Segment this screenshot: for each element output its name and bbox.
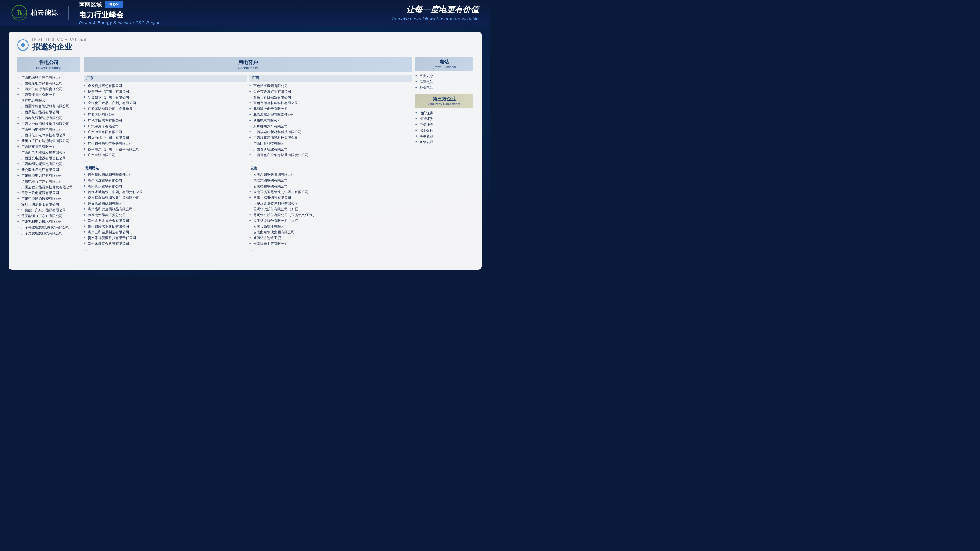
list-item: 云浮市云电能源有限公司 bbox=[17, 190, 80, 196]
list-item: 广西巴莫科技有限公司 bbox=[249, 141, 412, 146]
list-item: 百色市必晟矿业有限公司 bbox=[249, 89, 412, 94]
list-item: 贵州省和兴金属制品有限公司 bbox=[84, 206, 247, 212]
list-item: 玉溪汉金属铸造制品有限公司 bbox=[249, 201, 412, 206]
list-item: 瑞士银行 bbox=[415, 128, 473, 133]
list-item: 广西送变电建设有限责任公司 bbox=[17, 155, 80, 161]
list-item: 深圳市明成售电有限公司 bbox=[17, 202, 80, 207]
event-name-en: Power & Energy Summit in CSG Region bbox=[79, 21, 161, 25]
logo-container: B 柏云能源 bbox=[11, 5, 58, 21]
third-party-header: 第三方企业 (3rd Party Companies) bbox=[415, 94, 473, 108]
list-item: 昆明钢铁股份有限公司（玉溪新兴/玉钢） bbox=[249, 212, 412, 218]
power-trading-header: 售电公司 Power Trading bbox=[17, 57, 80, 72]
list-item: 广西灏宇综合能源服务有限公司 bbox=[17, 103, 80, 109]
list-item: 贵州三和金属制造有限公司 bbox=[84, 229, 247, 235]
header-divider bbox=[68, 6, 69, 20]
title-top: 南网区域 2024 bbox=[79, 1, 161, 9]
company-name: 柏云能源 bbox=[31, 9, 58, 17]
list-item: 广西新电力能源发展有限公司 bbox=[17, 149, 80, 155]
list-item: 广西埃索凯新材料科技有限公司 bbox=[249, 129, 412, 135]
list-item: 广西能源联合售电有限公司 bbox=[17, 75, 80, 80]
list-item: ... bbox=[249, 247, 412, 252]
list-item: 广西瑞亿新电气科技有限公司 bbox=[17, 132, 80, 138]
guangdong-col: 广东 金发科技股份有限公司捷普电子（广州）有限公司乐金显示（广州）有限公司空气化… bbox=[84, 75, 247, 265]
list-item: 大理大钢钢铁有限公司 bbox=[249, 177, 412, 183]
event-name-cn: 电力行业峰会 bbox=[79, 10, 161, 20]
list-item: 百色市彩虹铝业有限公司 bbox=[249, 94, 412, 100]
guizhou-list: 首钢贵阳特殊钢有限责任公司贵州闻达钢铁有限公司贵阳长乐钢铁有限公司首钢水城钢铁（… bbox=[84, 171, 247, 252]
section-title-cn: 拟邀约企业 bbox=[32, 41, 87, 52]
header-left: B 柏云能源 南网区域 2024 电力行业峰会 Power & Energy S… bbox=[11, 1, 161, 25]
svg-text:B: B bbox=[17, 9, 22, 17]
list-item: 广东中能能源投资有限公司 bbox=[17, 196, 80, 202]
list-item: 国桂电力有限公司 bbox=[17, 98, 80, 103]
list-item: 广州兆和电力技术有限公司 bbox=[17, 219, 80, 224]
list-item: 新奥（广西）能源销售有限公司 bbox=[17, 138, 80, 144]
list-item: 云南永钢钢铁集团有限公司 bbox=[249, 171, 412, 177]
list-item: 云南德胜钢铁有限公司 bbox=[249, 183, 412, 189]
list-item: 广西华网达能售电有限公司 bbox=[17, 161, 80, 167]
list-item: 遵义长岭特殊钢有限公司 bbox=[84, 201, 247, 206]
third-party-list: 招商证券海通证券中信证券瑞士银行海牛资源永钢资源 bbox=[415, 110, 473, 145]
section-header: INVITING COMPANIES 拟邀约企业 bbox=[17, 37, 473, 52]
columns-container: 售电公司 Power Trading 广西能源联合售电有限公司广西桂东电力销售有… bbox=[17, 57, 473, 264]
guangxi-list: 百色皓海碳素有限公司百色市必晟矿业有限公司百色市彩虹铝业有限公司百色市德德材料科… bbox=[249, 83, 412, 164]
right-column: 电站 (Power Stations) 五大六小民营电站外资电站 第三方企业 (… bbox=[415, 57, 473, 264]
slogan-en: To make every kilowatt-hour more valuabl… bbox=[391, 16, 479, 22]
company-logo: B bbox=[11, 5, 27, 21]
list-item: ... bbox=[17, 236, 80, 242]
list-item: 首钢水城钢铁（集团）有限责任公司 bbox=[84, 189, 247, 195]
list-item: 玉溪市福玉钢铁有限公司 bbox=[249, 195, 412, 201]
list-item: 云南玉溪玉昆钢铁（集团）有限公司 bbox=[249, 189, 412, 195]
third-party-section: 第三方企业 (3rd Party Companies) 招商证券海通证券中信证券… bbox=[415, 94, 473, 145]
guangdong-list: 金发科技股份有限公司捷普电子（广州）有限公司乐金显示（广州）有限公司空气化工产品… bbox=[84, 83, 247, 164]
list-item: 广州万宝集团有限公司 bbox=[84, 129, 247, 135]
power-trading-cn: 售电公司 bbox=[21, 59, 77, 66]
list-item: 广汽本田汽车有限公司 bbox=[84, 118, 247, 124]
yunnan-list: 云南永钢钢铁集团有限公司大理大钢钢铁有限公司云南德胜钢铁有限公司云南玉溪玉昆钢铁… bbox=[249, 171, 412, 252]
yunnan-section: 云南 云南永钢钢铁集团有限公司大理大钢钢铁有限公司云南德胜钢铁有限公司云南玉溪玉… bbox=[249, 166, 412, 252]
consumers-cn: 用电客户 bbox=[87, 59, 409, 66]
list-item: 广船国际有限公司（企业重复） bbox=[84, 106, 247, 112]
list-item: 贵州永鑫冶金科技有限公司 bbox=[84, 241, 247, 246]
consumers-layout: 广东 金发科技股份有限公司捷普电子（广州）有限公司乐金显示（广州）有限公司空气化… bbox=[84, 75, 412, 265]
list-item: 广西百矿铝业有限公司 bbox=[249, 146, 412, 152]
list-item: 民营电站 bbox=[415, 79, 473, 85]
list-item: 迪康电气有限公司 bbox=[249, 118, 412, 124]
yunnan-header: 云南 bbox=[249, 166, 412, 171]
list-item: 泛美能源（广东）有限公司 bbox=[17, 213, 80, 219]
list-item: 金发科技股份有限公司 bbox=[84, 83, 247, 89]
list-item: 广州市番禺裕丰钢铁有限公司 bbox=[84, 141, 247, 146]
list-item: 空气化工产品（广州）有限公司 bbox=[84, 100, 247, 106]
list-item: 广西普沃售电有限公司 bbox=[17, 92, 80, 98]
region-label: 南网区域 bbox=[79, 1, 102, 9]
list-item: 广州宝洁有限公司 bbox=[84, 152, 247, 158]
list-item: 昆明钢铁股份有限公司（新区） bbox=[249, 206, 412, 212]
list-item: 中信证券 bbox=[415, 122, 473, 127]
list-item: 北流海螺水泥有限责任公司 bbox=[249, 112, 412, 118]
list-item: 新会双水发电厂有限公司 bbox=[17, 167, 80, 173]
power-trading-list: 广西能源联合售电有限公司广西桂东电力销售有限公司广西大任能源有限责任公司广西普沃… bbox=[17, 75, 80, 242]
list-item: 广西防核售电有限公司 bbox=[17, 144, 80, 149]
list-item: 北海建淮电子有限公司 bbox=[249, 106, 412, 112]
slogan-cn: 让每一度电更有价值 bbox=[391, 4, 479, 15]
header-right: 让每一度电更有价值 To make every kilowatt-hour mo… bbox=[391, 4, 479, 22]
list-item: 海通证券 bbox=[415, 116, 473, 122]
list-item: 贵阳长乐钢铁有限公司 bbox=[84, 183, 247, 189]
list-item: 广西鼎聚新能源有限公司 bbox=[17, 110, 80, 115]
list-item: 广船国际有限公司 bbox=[84, 112, 247, 118]
list-item: 贵州岑祥资源科技有限责任公司 bbox=[84, 235, 247, 241]
list-item: 云南天高镍业有限公司 bbox=[249, 224, 412, 229]
list-item: 海牛资源 bbox=[415, 133, 473, 139]
list-item: ... bbox=[249, 158, 412, 164]
list-item: 东风柳州汽车有限公司 bbox=[249, 124, 412, 129]
list-item: 外资电站 bbox=[415, 85, 473, 91]
consumers-header: 用电客户 Consumers bbox=[84, 57, 412, 72]
power-stations-header: 电站 (Power Stations) bbox=[415, 57, 473, 71]
list-item: 五大六小 bbox=[415, 73, 473, 79]
list-item: 广西桂东电力销售有限公司 bbox=[17, 80, 80, 86]
list-item: 长峡电能（广东）有限公司 bbox=[17, 178, 80, 184]
list-item: 首钢贵阳特殊钢有限责任公司 bbox=[84, 171, 247, 177]
list-item: 通海纳古连铸工贸 bbox=[249, 235, 412, 241]
list-item: 贵州闻达钢铁有限公司 bbox=[84, 177, 247, 183]
main-content: INVITING COMPANIES 拟邀约企业 售电公司 Power Trad… bbox=[9, 32, 482, 270]
